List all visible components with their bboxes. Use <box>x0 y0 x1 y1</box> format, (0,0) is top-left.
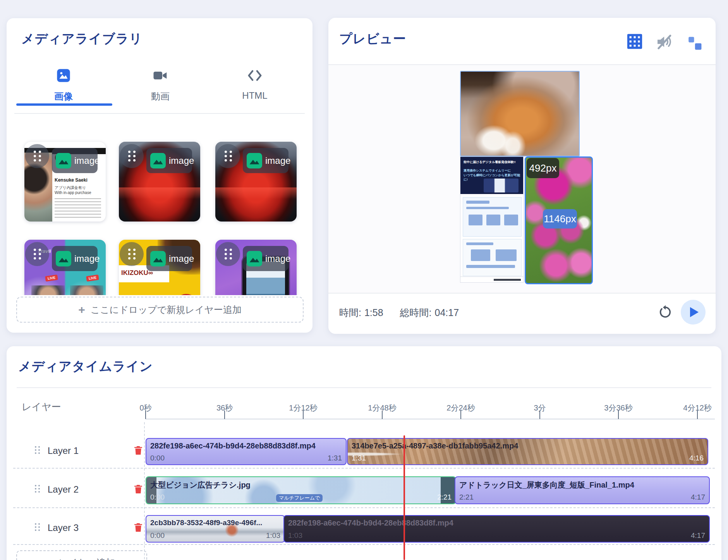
image-type-badge: image <box>243 246 288 271</box>
code-brackets-icon <box>247 68 263 83</box>
image-type-badge: image <box>146 148 192 173</box>
poster-headline: 街中に届けるデジタル看板発信体験!! <box>464 160 521 164</box>
timeline-clip[interactable]: 314be7e5-a25a-4897-a38e-db1fabb95a42.mp4… <box>347 438 708 465</box>
media-item-app-ad[interactable]: image <box>215 240 297 295</box>
row-divider <box>13 544 715 545</box>
clip-start-time: 0:00 <box>150 531 165 540</box>
timeline-clip[interactable]: 282fe198-a6ec-474b-b9d4-28eb88d83d8f.mp4… <box>283 515 710 543</box>
tab-images-label: 画像 <box>25 90 102 103</box>
layer-name: Layer 3 <box>48 522 79 533</box>
clip-start-time: 1:03 <box>288 531 302 540</box>
drag-handle[interactable] <box>216 242 240 266</box>
layer-drag-handle[interactable] <box>35 523 40 531</box>
tab-images[interactable]: 画像 <box>25 66 102 117</box>
time-value: 1:58 <box>364 307 383 318</box>
layer-drag-handle[interactable] <box>35 485 40 493</box>
new-layer-dropzone[interactable]: + ここにドロップで新規レイヤー追加 <box>16 297 304 323</box>
clip-end-time: 4:17 <box>691 531 705 540</box>
image-badge-label: image <box>74 253 100 264</box>
preview-footer-divider <box>328 293 716 294</box>
media-thumbnail-grid: Ge Kensuke Saeki アプリ内課金有り With in-app pu… <box>7 134 312 295</box>
trash-icon[interactable] <box>133 483 144 495</box>
play-icon <box>690 307 699 317</box>
grid-layout-icon[interactable] <box>626 33 644 52</box>
ruler-tick <box>224 411 225 419</box>
trash-icon[interactable] <box>133 445 144 456</box>
total-time-label: 総時間: <box>400 307 432 318</box>
timeline-clip[interactable]: アドトラック日文_屏東多向度_短版_Final_1.mp4 2:21 4:17 <box>455 476 710 504</box>
restart-icon[interactable] <box>658 304 673 320</box>
preview-panel: プレビュー 街中に届けるデジタル看板発信体験!! 運用操作システムでタイムリーに… <box>328 18 716 334</box>
media-item-red-car[interactable]: image <box>119 142 200 222</box>
tab-html[interactable]: HTML <box>216 66 294 117</box>
ruler-tick <box>145 411 146 419</box>
mute-icon[interactable] <box>655 33 673 53</box>
drag-handle[interactable] <box>216 144 240 168</box>
preview-cat-image[interactable] <box>460 71 580 156</box>
clip-end-time: 1:03 <box>266 531 280 540</box>
layer-name: Layer 1 <box>48 445 79 456</box>
layer-drag-handle[interactable] <box>35 446 40 454</box>
image-badge-icon <box>150 153 166 168</box>
ruler-tick <box>382 411 383 419</box>
image-badge-label: image <box>74 155 100 166</box>
playhead[interactable] <box>403 435 405 560</box>
poster-subline: 運用操作システムでタイムリーに <box>464 168 521 173</box>
layers-column-header: レイヤー <box>22 400 61 413</box>
image-icon <box>56 68 71 83</box>
ruler-tick <box>303 411 304 419</box>
total-time-value: 04:17 <box>435 307 459 318</box>
media-library-title: メディアライブラリ <box>21 30 143 48</box>
clip-filename: 2cb3bb78-3532-48f9-a39e-496f... <box>150 519 280 527</box>
add-layer-button[interactable]: +レイヤー追加 <box>16 550 147 560</box>
row-divider <box>13 468 715 469</box>
preview-stage: 街中に届けるデジタル看板発信体験!! 運用操作システムでタイムリーに いつでも瞬… <box>328 65 716 293</box>
image-badge-label: image <box>265 155 290 166</box>
image-badge-icon <box>56 251 71 266</box>
clip-filename: アドトラック日文_屏東多向度_短版_Final_1.mp4 <box>459 480 705 490</box>
timeline-header-divider <box>17 387 711 388</box>
image-type-badge: image <box>146 246 192 271</box>
media-item-travel-ad[interactable]: Travii LIVE LIVE image <box>24 240 106 295</box>
timeline-left-divider <box>144 422 145 560</box>
timeline-title: メディアタイムライン <box>18 358 153 375</box>
drag-handle[interactable] <box>25 144 49 168</box>
active-tab-underline <box>16 103 112 106</box>
thumb-text: Kensuke Saeki <box>55 177 88 183</box>
play-button[interactable] <box>681 300 706 325</box>
thumb-text: With in-app purchase <box>55 191 91 195</box>
trash-icon[interactable] <box>133 522 144 533</box>
media-library-panel: メディアライブラリ 画像 動画 HTML <box>7 18 312 333</box>
drag-handle[interactable] <box>25 242 49 266</box>
clip-end-time: 4:17 <box>691 493 705 502</box>
image-type-badge: image <box>243 148 288 173</box>
media-item-profile-card[interactable]: Ge Kensuke Saeki アプリ内課金有り With in-app pu… <box>24 142 106 222</box>
media-item-snack-ad[interactable]: IKIZOKU∞ コレクション 全6種 image <box>119 240 200 295</box>
clip-end-time: 1:31 <box>328 454 342 462</box>
image-badge-label: image <box>169 155 194 166</box>
image-type-badge: image <box>52 246 98 271</box>
plus-icon: + <box>48 557 54 560</box>
media-item-red-car-2[interactable]: image <box>215 142 297 222</box>
resize-icon[interactable] <box>687 36 702 52</box>
timeline-clip[interactable]: 大型ビジョン広告チラシ.jpg マルチフレームで 0:00 2:21 <box>146 476 456 504</box>
image-badge-icon <box>56 153 71 168</box>
clip-filename: 282fe198-a6ec-474b-b9d4-28eb88d83d8f.mp4 <box>150 441 342 450</box>
image-badge-icon <box>247 153 262 168</box>
drag-handle[interactable] <box>120 242 144 266</box>
timeline-clip[interactable]: 282fe198-a6ec-474b-b9d4-28eb88d83d8f.mp4… <box>146 438 347 465</box>
ruler-tick <box>460 411 461 419</box>
width-size-tag: 492px <box>527 158 559 178</box>
clip-start-time: 0:00 <box>150 454 165 462</box>
preview-poster-image[interactable]: 街中に届けるデジタル看板発信体験!! 運用操作システムでタイムリーに いつでも瞬… <box>460 156 524 283</box>
thumb-text: 全6種 <box>174 294 199 295</box>
drag-handle[interactable] <box>120 144 144 168</box>
ruler-tick <box>618 411 619 419</box>
tab-videos[interactable]: 動画 <box>122 66 199 117</box>
timeline-clip[interactable]: 2cb3bb78-3532-48f9-a39e-496f... 0:00 1:0… <box>146 515 285 543</box>
tabs-divider <box>14 113 305 114</box>
image-badge-icon <box>150 251 166 266</box>
tab-videos-label: 動画 <box>122 90 199 103</box>
image-badge-label: image <box>169 253 194 264</box>
row-divider <box>13 507 715 508</box>
